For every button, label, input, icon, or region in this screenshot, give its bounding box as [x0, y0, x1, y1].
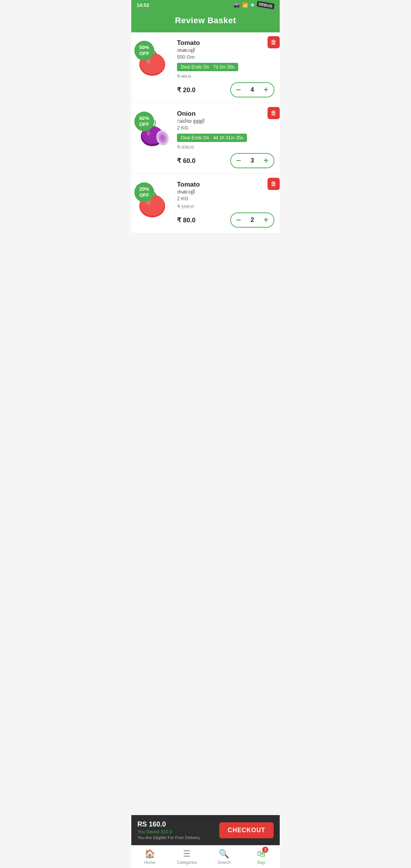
nav-label-search: Search: [217, 860, 231, 865]
price-row: ₹ 80.0 − 2 +: [177, 212, 274, 228]
qty-increase-button[interactable]: +: [258, 153, 274, 168]
discount-badge: 20%OFF: [134, 182, 154, 202]
home-icon: 🏠: [145, 849, 155, 859]
bag-count: 3: [262, 847, 268, 853]
free-delivery-text: You Are Eligible For Free Delivery: [137, 835, 200, 840]
product-image-wrap: 20%OFF: [131, 179, 173, 225]
qty-increase-button[interactable]: +: [258, 82, 274, 97]
original-price: ₹ 100.0: [177, 204, 274, 209]
product-name: Tomato: [177, 39, 274, 47]
product-list: 50%OFF Tomato തക്കാളി 500 Gm Deal Ends O…: [131, 32, 280, 233]
product-item: 50%OFF Tomato തക്കാളി 500 Gm Deal Ends O…: [131, 32, 280, 103]
product-weight: 2 KG: [177, 196, 274, 201]
status-bar: 14:52 📷 📶 ✈ DEBUG: [131, 0, 280, 10]
qty-value: 3: [246, 157, 258, 164]
page-header: Review Basket: [131, 10, 280, 32]
qty-value: 4: [246, 86, 258, 93]
product-item: 82%OFF Onion വലിയ ഉള്ളി 2 KG Deal Ends O…: [131, 103, 280, 174]
nav-item-search[interactable]: 🔍 Search: [206, 846, 243, 868]
status-icons: 📷 📶 ✈ DEBUG: [234, 2, 274, 8]
current-price: ₹ 60.0: [177, 157, 196, 165]
original-price: ₹ 40.0: [177, 73, 274, 79]
qty-control: − 2 +: [230, 212, 274, 228]
product-details: Tomato തക്കാളി 2 KG ₹ 100.0 ₹ 80.0 − 2 +: [177, 179, 274, 228]
qty-decrease-button[interactable]: −: [231, 153, 246, 168]
checkout-button[interactable]: CHECKOUT: [219, 822, 274, 838]
product-name-local: വലിയ ഉള്ളി: [177, 118, 274, 124]
categories-icon: ☰: [183, 849, 191, 859]
product-weight: 2 KG: [177, 125, 274, 131]
nav-label-categories: Categories: [177, 860, 197, 865]
discount-badge: 82%OFF: [134, 112, 154, 131]
price-row: ₹ 60.0 − 3 +: [177, 153, 274, 168]
qty-value: 2: [246, 217, 258, 223]
bag-icon: 🛍 3: [257, 849, 265, 859]
original-price: ₹ 330.0: [177, 144, 274, 150]
svg-point-7: [147, 131, 150, 136]
current-price: ₹ 80.0: [177, 216, 196, 224]
nav-label-home: Home: [144, 860, 155, 865]
product-item: 20%OFF Tomato തക്കാളി 2 KG ₹ 100.0 ₹ 80.…: [131, 174, 280, 233]
debug-badge: DEBUG: [256, 1, 275, 10]
deal-badge: Deal Ends On 4d 1h 31m 35s: [177, 134, 247, 142]
deal-badge: Deal Ends On 7d 2m 35s: [177, 63, 238, 71]
qty-decrease-button[interactable]: −: [231, 82, 246, 97]
qty-decrease-button[interactable]: −: [231, 212, 246, 228]
qty-increase-button[interactable]: +: [258, 212, 274, 228]
qty-control: − 4 +: [230, 82, 274, 97]
product-name-local: തക്കാളി: [177, 47, 274, 53]
saved-text: You Saved 310.0: [137, 829, 200, 834]
price-row: ₹ 20.0 − 4 +: [177, 82, 274, 97]
product-name: Tomato: [177, 181, 274, 188]
delete-button[interactable]: 🗑: [268, 36, 280, 48]
page-title: Review Basket: [137, 16, 274, 26]
search-icon: 🔍: [219, 849, 229, 859]
product-weight: 500 Gm: [177, 54, 274, 60]
nav-item-categories[interactable]: ☰ Categories: [169, 846, 206, 868]
product-details: Onion വലിയ ഉള്ളി 2 KG Deal Ends On 4d 1h…: [177, 108, 274, 168]
delete-button[interactable]: 🗑: [268, 107, 280, 119]
product-name: Onion: [177, 110, 274, 118]
product-details: Tomato തക്കാളി 500 Gm Deal Ends On 7d 2m…: [177, 38, 274, 97]
delete-button[interactable]: 🗑: [268, 178, 280, 190]
bottom-nav: 🏠 Home ☰ Categories 🔍 Search 🛍 3 Bag: [131, 845, 280, 868]
product-name-local: തക്കാളി: [177, 189, 274, 195]
total-section: RS 160.0 You Saved 310.0 You Are Eligibl…: [137, 820, 200, 840]
nav-item-home[interactable]: 🏠 Home: [131, 846, 169, 868]
discount-badge: 50%OFF: [134, 41, 154, 61]
product-image-wrap: 50%OFF: [131, 38, 173, 83]
qty-control: − 3 +: [230, 153, 274, 168]
product-image-wrap: 82%OFF: [131, 108, 173, 154]
nav-item-bag[interactable]: 🛍 3 Bag: [243, 846, 280, 868]
bottom-bar: RS 160.0 You Saved 310.0 You Are Eligibl…: [131, 815, 280, 845]
nav-label-bag: Bag: [257, 860, 265, 865]
current-price: ₹ 20.0: [177, 86, 196, 94]
total-amount: RS 160.0: [137, 820, 200, 828]
status-time: 14:52: [137, 2, 149, 8]
